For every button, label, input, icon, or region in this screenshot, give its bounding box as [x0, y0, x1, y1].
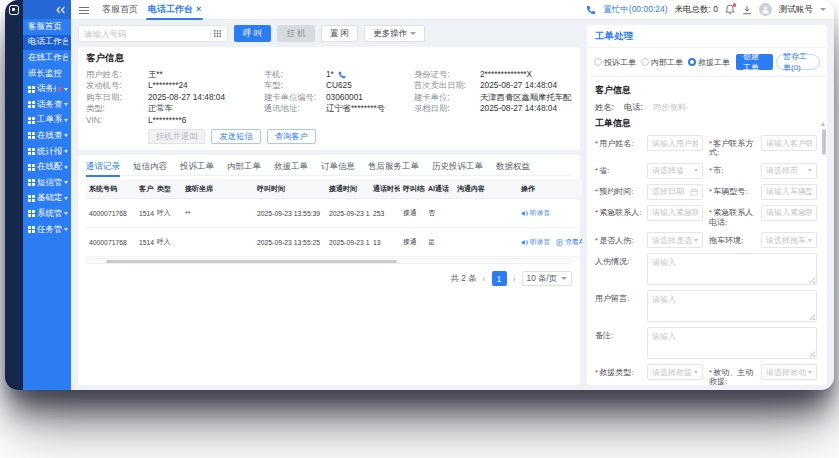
notification-bell[interactable]: [725, 4, 735, 15]
detail-tab[interactable]: 短信内容: [133, 158, 167, 176]
phone-number-field[interactable]: [78, 25, 228, 42]
sidebar-item[interactable]: 客服首页: [23, 19, 71, 35]
injury-select[interactable]: 请选择是否人伤: [647, 232, 703, 248]
user-message-textarea[interactable]: 请输入: [647, 290, 817, 322]
workorder-type-radio[interactable]: 救援工单: [688, 57, 730, 68]
phone-number-input[interactable]: [84, 29, 210, 39]
vertical-scrollbar[interactable]: [821, 125, 826, 380]
operation-label: 查看AI对话: [565, 237, 582, 247]
scrollbar-thumb[interactable]: [822, 129, 826, 155]
table-row[interactable]: 4000071768 15141396194 呼入 ** 2025-09-23 …: [86, 199, 582, 228]
unread-dot: [58, 87, 62, 91]
sidebar-item[interactable]: 话务查询: [23, 97, 71, 113]
collapse-sidebar-icon[interactable]: [55, 6, 66, 14]
scrollbar-thumb[interactable]: [106, 260, 396, 263]
field-label: 被动、主动救援:: [709, 368, 753, 386]
province-select[interactable]: 请选择省: [647, 163, 703, 179]
play-recording-link[interactable]: 听录音: [521, 237, 550, 247]
customer-field: 身份证号: 2*************X: [414, 69, 572, 80]
sidebar-item[interactable]: 电话工作台: [23, 35, 71, 51]
sidebar-item[interactable]: 话务处理: [23, 81, 71, 97]
remark-textarea[interactable]: 请输入: [647, 327, 817, 359]
injury-desc-textarea[interactable]: 请输入: [647, 253, 817, 285]
contact-input[interactable]: [766, 139, 812, 148]
customer-field: 首次卖出日期: 2025-08-27 14:48:04: [414, 80, 572, 91]
emergency-phone-input[interactable]: [766, 208, 812, 217]
dial-phone-icon[interactable]: [338, 71, 346, 79]
field-rescue-type: *救援类型: 请选择救援类型: [595, 364, 703, 385]
sidebar-item[interactable]: 任务管理: [23, 222, 71, 238]
customer-field: 用户姓名: 王**: [86, 69, 264, 80]
rescue-type-select[interactable]: 请选择救援类型: [647, 364, 703, 380]
customer-action-button[interactable]: 发送短信: [211, 129, 260, 144]
detail-tab[interactable]: 售后服务工单: [368, 158, 419, 176]
hamburger-icon[interactable]: [79, 6, 89, 14]
sidebar-item[interactable]: 在线工作台: [23, 50, 71, 66]
sync-data-link[interactable]: 同步资料: [653, 102, 686, 113]
chevron-down-icon: [64, 212, 68, 215]
customer-action-button[interactable]: 查询客户: [267, 129, 316, 144]
detail-tab[interactable]: 历史投诉工单: [432, 158, 483, 176]
set-idle-button[interactable]: 置 闲: [321, 25, 358, 42]
play-recording-link[interactable]: 听录音: [521, 208, 550, 218]
detail-tab[interactable]: 内部工单: [227, 158, 261, 176]
required-icon: *: [709, 187, 712, 196]
required-icon: *: [709, 166, 712, 175]
table-row[interactable]: 4000071768 15141396194 呼入 2025-09-23 13:…: [86, 228, 582, 257]
section-workorder-info: 工单信息: [595, 117, 817, 130]
horizontal-scrollbar[interactable]: [86, 258, 572, 264]
field-province: *省: 请选择省: [595, 163, 703, 179]
sidebar-item[interactable]: 基础定义: [23, 191, 71, 207]
detail-tab[interactable]: 订单信息: [321, 158, 355, 176]
nav-tab[interactable]: 客服首页: [97, 0, 143, 20]
sidebar-item[interactable]: 在线配置: [23, 159, 71, 175]
keypad-icon[interactable]: [213, 29, 222, 38]
emergency-contact-input[interactable]: [652, 208, 698, 217]
close-icon[interactable]: ×: [196, 5, 201, 14]
sidebar-item[interactable]: 在线查询: [23, 128, 71, 144]
call-button[interactable]: 呼 叫: [234, 25, 271, 42]
view-ai-dialog-link[interactable]: 查看AI对话: [556, 237, 582, 247]
workorder-type-radio[interactable]: 投诉工单: [594, 57, 636, 68]
cell-result: 接通: [400, 199, 425, 228]
detail-tab[interactable]: 救援工单: [274, 158, 308, 176]
download-icon[interactable]: [742, 5, 752, 15]
sidebar-item[interactable]: 系统管理: [23, 206, 71, 222]
detail-tab[interactable]: 投诉工单: [180, 158, 214, 176]
next-page-icon[interactable]: ›: [512, 274, 517, 284]
tow-env-select[interactable]: 请选择拖车环境: [761, 232, 817, 248]
detail-tab[interactable]: 通话记录: [86, 158, 120, 176]
page-size-select[interactable]: 10 条/页: [522, 271, 572, 286]
more-actions-button[interactable]: 更多操作: [364, 25, 425, 42]
cell-result: 接通: [400, 228, 425, 257]
create-workorder-button[interactable]: 创建工单: [736, 54, 773, 70]
page-number[interactable]: 1: [492, 271, 507, 286]
resize-handle-icon[interactable]: [809, 314, 815, 320]
avatar[interactable]: [759, 3, 772, 16]
scroll-up-icon[interactable]: [821, 122, 825, 126]
page-size-value: 10 条/页: [527, 273, 557, 284]
rescue-mode-select[interactable]: 请选择被动、主动救…: [761, 364, 817, 380]
customer-action-button[interactable]: 挂机并退回: [148, 129, 205, 144]
workorder-toolbar: 投诉工单 内部工单 救援工单: [587, 48, 827, 77]
detail-tab[interactable]: 数据权益: [496, 158, 530, 176]
sidebar-item[interactable]: 短信管理: [23, 175, 71, 191]
draft-workorder-button[interactable]: 暂存工单(0): [776, 54, 820, 70]
resize-handle-icon[interactable]: [809, 351, 815, 357]
cell-call-time: 2025-09-23 13:55:25: [254, 228, 326, 257]
account-name[interactable]: 测试账号: [779, 4, 813, 16]
city-select[interactable]: 请选择市: [761, 163, 817, 179]
resize-handle-icon[interactable]: [809, 277, 815, 283]
nav-tab[interactable]: 电话工作台 ×: [143, 0, 206, 20]
customer-field: 购车日期: 2025-08-27 14:48:04: [86, 92, 264, 103]
user-name-input[interactable]: [652, 139, 698, 148]
prev-page-icon[interactable]: ‹: [482, 274, 487, 284]
vehicle-model-input[interactable]: [766, 187, 812, 196]
sidebar-item[interactable]: 工单系统: [23, 113, 71, 129]
sidebar-item[interactable]: 班长监控: [23, 66, 71, 82]
date-picker[interactable]: 选择日期: [647, 184, 703, 200]
select-placeholder: 请选择拖车环境: [766, 235, 806, 246]
sidebar-item-label: 在线查询: [37, 130, 62, 142]
sidebar-item[interactable]: 统计报表: [23, 144, 71, 160]
workorder-type-radio[interactable]: 内部工单: [641, 57, 683, 68]
